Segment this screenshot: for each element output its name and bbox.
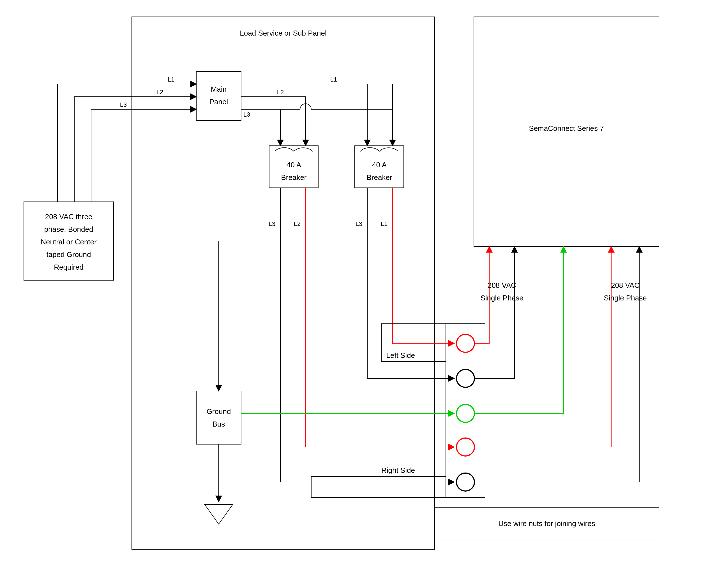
label-L1-out: L1 — [330, 76, 337, 83]
breaker2-line1: 40 A — [372, 161, 387, 169]
phase2-line2: Single Phase — [604, 294, 647, 302]
ground-bus-line2: Bus — [212, 420, 225, 428]
panel-title: Load Service or Sub Panel — [240, 29, 326, 37]
label-b1-L2: L2 — [294, 220, 301, 227]
terminal-4 — [456, 438, 474, 456]
device-label: SemaConnect Series 7 — [529, 124, 604, 132]
ground-bus-box — [196, 391, 241, 444]
source-line2: phase, Bonded — [44, 225, 94, 233]
wire-t4-dev — [474, 247, 611, 447]
wire-t3-dev — [474, 247, 564, 413]
source-line4: taped Ground — [46, 250, 91, 259]
label-L2-out: L2 — [277, 88, 284, 96]
label-L1-in: L1 — [168, 76, 175, 83]
breaker2-line2: Breaker — [366, 173, 392, 182]
terminal-1 — [456, 334, 474, 352]
source-line3: Neutral or Center — [41, 238, 97, 246]
main-panel-box — [196, 71, 241, 121]
terminal-3 — [456, 404, 474, 422]
wiring-diagram: Load Service or Sub Panel 208 VAC three … — [0, 0, 715, 588]
breaker1-line1: 40 A — [287, 161, 302, 169]
phase2-line1: 208 VAC — [611, 281, 639, 290]
main-panel-line2: Panel — [209, 98, 228, 106]
ground-bus-line1: Ground — [207, 407, 231, 416]
label-L2-in: L2 — [157, 88, 163, 96]
label-L3-in: L3 — [120, 101, 127, 108]
source-line1: 208 VAC three — [45, 212, 93, 221]
breaker1-line2: Breaker — [281, 173, 306, 182]
label-L3-out: L3 — [243, 111, 250, 118]
wire-nuts-label: Use wire nuts for joining wires — [498, 519, 595, 528]
label-b1-L3: L3 — [269, 220, 275, 227]
right-side-label: Right Side — [381, 466, 415, 475]
terminal-5 — [456, 473, 474, 491]
left-side-label: Left Side — [386, 351, 415, 360]
phase1-line2: Single Phase — [480, 294, 523, 302]
label-b2-L1: L1 — [381, 220, 388, 227]
phase1-line1: 208 VAC — [488, 281, 516, 290]
terminal-2 — [456, 370, 474, 387]
main-panel-line1: Main — [211, 85, 227, 93]
label-b2-L3: L3 — [355, 220, 362, 227]
source-line5: Required — [54, 263, 84, 271]
